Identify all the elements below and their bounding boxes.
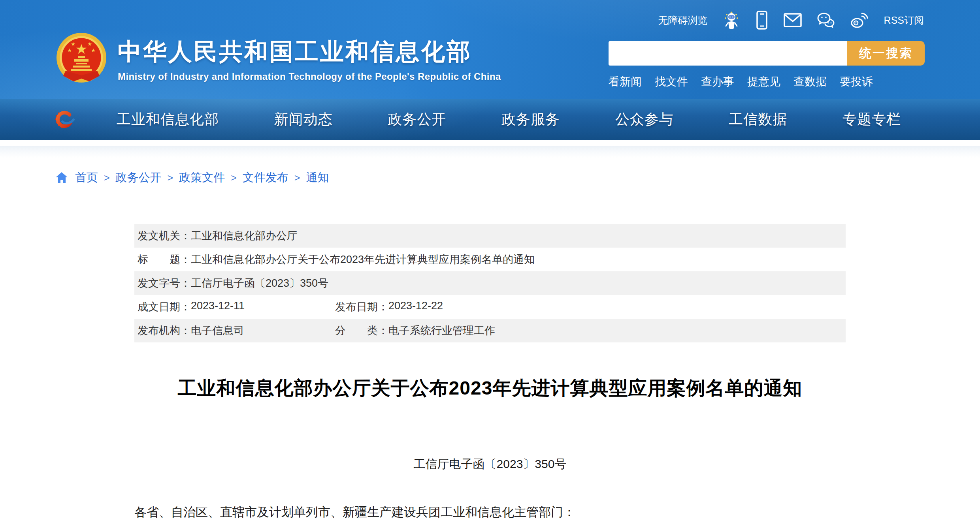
meta-value: 工业和信息化部办公厅: [191, 229, 298, 243]
doc-meta-row-doc-number: 发文字号： 工信厅电子函〔2023〕350号: [134, 271, 846, 295]
search-area: 统一搜索 看新闻 找文件 查办事 提意见 查数据 要投诉: [609, 41, 925, 89]
article-title: 工业和信息化部办公厅关于公布2023年先进计算典型应用案例名单的通知: [134, 376, 846, 401]
divider-strip: [0, 140, 980, 146]
quick-link-services[interactable]: 查办事: [701, 74, 734, 89]
weibo-icon[interactable]: [850, 12, 869, 28]
meta-label: 成文日期：: [138, 300, 191, 314]
meta-label: 发文机关：: [138, 229, 191, 243]
site-subtitle: Ministry of Industry and Information Tec…: [118, 71, 501, 82]
nav-item-participation[interactable]: 公众参与: [615, 110, 674, 129]
svg-text:★: ★: [67, 47, 72, 53]
utility-bar: 无障碍浏览: [658, 10, 924, 30]
breadcrumb: 首页 > 政务公开 > 政策文件 > 文件发布 > 通知: [55, 169, 980, 186]
breadcrumb-separator: >: [294, 172, 300, 184]
meta-value: 电子系统行业管理工作: [388, 323, 495, 338]
search-input[interactable]: [609, 41, 847, 66]
nav-item-topics[interactable]: 专题专栏: [842, 110, 901, 129]
doc-meta-table: 发文机关： 工业和信息化部办公厅 标 题： 工业和信息化部办公厅关于公布2023…: [134, 224, 846, 342]
document-content: 发文机关： 工业和信息化部办公厅 标 题： 工业和信息化部办公厅关于公布2023…: [134, 224, 846, 521]
site-header: 无障碍浏览: [0, 0, 980, 99]
unified-search-button[interactable]: 统一搜索: [847, 41, 925, 66]
breadcrumb-gov-info[interactable]: 政务公开: [116, 170, 162, 186]
breadcrumb-policy-files[interactable]: 政策文件: [179, 170, 225, 186]
quick-links: 看新闻 找文件 查办事 提意见 查数据 要投诉: [609, 74, 925, 89]
quick-link-files[interactable]: 找文件: [655, 74, 688, 89]
accessibility-link[interactable]: 无障碍浏览: [658, 14, 708, 27]
nav-items: 工业和信息化部 新闻动态 政务公开 政务服务 公众参与 工信数据 专题专栏: [117, 99, 901, 140]
svg-text:★: ★: [75, 41, 87, 56]
national-emblem-icon: ★ ★ ★ ★ ★: [55, 32, 107, 87]
rss-link[interactable]: RSS订阅: [884, 14, 924, 27]
nav-item-gov-info[interactable]: 政务公开: [388, 110, 446, 129]
nav-item-news[interactable]: 新闻动态: [274, 110, 333, 129]
quick-link-news[interactable]: 看新闻: [609, 74, 642, 89]
mascot-robot-icon[interactable]: [723, 10, 740, 30]
nav-item-gov-services[interactable]: 政务服务: [501, 110, 560, 129]
quick-link-complaints[interactable]: 要投诉: [840, 74, 873, 89]
meta-label: 发文字号：: [138, 276, 191, 290]
doc-meta-row-publisher: 发布机构： 电子信息司 分 类： 电子系统行业管理工作: [134, 319, 846, 342]
meta-label: 标 题：: [138, 252, 191, 267]
site-title: 中华人民共和国工业和信息化部: [118, 39, 501, 65]
meta-value: 工信厅电子函〔2023〕350号: [191, 276, 328, 290]
breadcrumb-notice[interactable]: 通知: [306, 170, 329, 186]
home-icon[interactable]: [55, 172, 68, 184]
meta-value: 2023-12-22: [388, 300, 443, 314]
meta-value: 电子信息司: [191, 323, 244, 338]
quick-link-suggestions[interactable]: 提意见: [747, 74, 780, 89]
breadcrumb-separator: >: [231, 172, 237, 184]
article-salutation: 各省、自治区、直辖市及计划单列市、新疆生产建设兵团工业和信息化主管部门：: [134, 504, 846, 521]
breadcrumb-separator: >: [104, 172, 110, 184]
miit-e-logo-icon: [55, 109, 75, 130]
meta-value: 2023-12-11: [191, 300, 245, 314]
shadow-strip: [0, 146, 980, 158]
meta-label: 分 类：: [335, 323, 388, 338]
doc-meta-row-title: 标 题： 工业和信息化部办公厅关于公布2023年先进计算典型应用案例名单的通知: [134, 248, 846, 271]
article-doc-number: 工信厅电子函〔2023〕350号: [134, 456, 846, 472]
breadcrumb-home[interactable]: 首页: [75, 170, 98, 186]
doc-meta-row-issuing-agency: 发文机关： 工业和信息化部办公厅: [134, 224, 846, 248]
meta-label: 发布机构：: [138, 323, 191, 338]
main-nav: 工业和信息化部 新闻动态 政务公开 政务服务 公众参与 工信数据 专题专栏: [0, 99, 980, 140]
svg-text:★: ★: [71, 41, 75, 47]
breadcrumb-file-release[interactable]: 文件发布: [243, 170, 288, 186]
svg-text:★: ★: [91, 47, 96, 53]
svg-text:★: ★: [87, 41, 92, 47]
quick-link-data[interactable]: 查数据: [793, 74, 827, 89]
meta-value: 工业和信息化部办公厅关于公布2023年先进计算典型应用案例名单的通知: [191, 252, 535, 267]
nav-item-miit[interactable]: 工业和信息化部: [117, 110, 219, 129]
doc-meta-row-dates: 成文日期： 2023-12-11 发布日期： 2023-12-22: [134, 295, 846, 319]
meta-label: 发布日期：: [335, 300, 388, 314]
wechat-icon[interactable]: [817, 12, 835, 28]
site-logo: ★ ★ ★ ★ ★ 中华人民共和国工业和信息化部 Ministry of Ind…: [55, 32, 501, 87]
mail-icon[interactable]: [784, 13, 802, 27]
breadcrumb-separator: >: [168, 172, 173, 184]
nav-item-data[interactable]: 工信数据: [729, 110, 787, 129]
mobile-icon[interactable]: [755, 10, 769, 30]
